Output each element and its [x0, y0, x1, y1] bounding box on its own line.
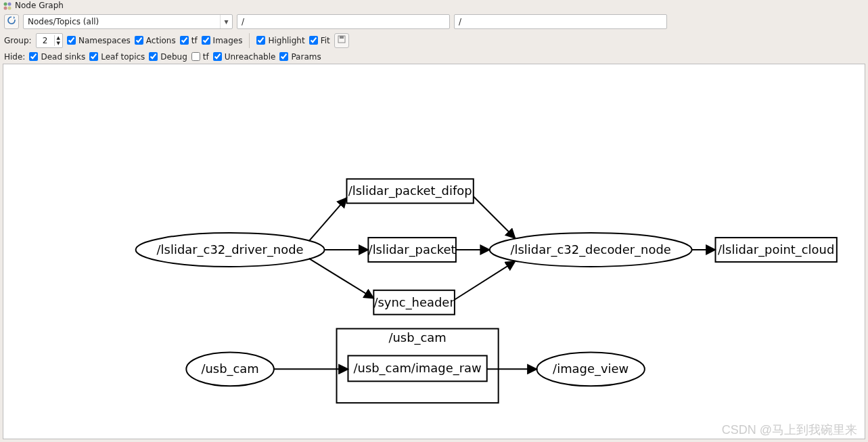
refresh-button[interactable] [4, 14, 19, 29]
params-checkbox[interactable]: Params [279, 52, 321, 62]
topic-sync-label: /sync_header [373, 295, 455, 310]
images-checkbox[interactable]: Images [202, 36, 243, 45]
unreachable-checkbox[interactable]: Unreachable [213, 52, 276, 62]
topic-image-raw-label: /usb_cam/image_raw [353, 361, 481, 376]
group-label: Group: [4, 36, 32, 45]
tf2-checkbox[interactable]: tf [191, 52, 209, 62]
fit-checkbox[interactable]: Fit [309, 36, 330, 45]
group-value: 2 [37, 36, 54, 45]
topic-difop-label: /lslidar_packet_difop [348, 183, 472, 198]
node-driver-label: /lslidar_c32_driver_node [157, 242, 304, 257]
graph-canvas[interactable]: /lslidar_c32_driver_node /lslidar_packet… [3, 64, 865, 439]
leaftopics-checkbox[interactable]: Leaf topics [89, 52, 145, 62]
filter-2-text: / [459, 17, 461, 26]
debug-checkbox[interactable]: Debug [149, 52, 187, 62]
filter-1-text: / [242, 17, 244, 26]
highlight-checkbox[interactable]: Highlight [256, 36, 304, 45]
toolbar-main: Nodes/Topics (all) ▾ / / [0, 12, 868, 31]
edge-driver-sync [309, 259, 374, 299]
topic-pointcloud-label: /lslidar_point_cloud [718, 242, 834, 257]
window-titlebar: Node Graph [0, 0, 868, 12]
hide-label: Hide: [4, 52, 25, 62]
toolbar-options: Group: 2 ▲▼ Namespaces Actions tf Images… [0, 31, 868, 50]
app-icon [3, 1, 12, 11]
save-icon [338, 35, 346, 45]
node-decoder-label: /lslidar_c32_decoder_node [511, 242, 671, 257]
window-title: Node Graph [15, 1, 64, 10]
namespaces-checkbox[interactable]: Namespaces [67, 36, 131, 45]
namespace-usbcam-label: /usb_cam [388, 331, 446, 346]
svg-point-3 [8, 6, 12, 9]
svg-rect-5 [340, 36, 344, 39]
tf-checkbox[interactable]: tf [180, 36, 198, 45]
save-image-button[interactable] [334, 33, 349, 48]
svg-point-2 [4, 6, 7, 9]
filter-input-2[interactable]: / [454, 14, 667, 29]
view-mode-text: Nodes/Topics (all) [24, 17, 220, 26]
separator [249, 33, 250, 48]
actions-checkbox[interactable]: Actions [135, 36, 176, 45]
edge-difop-decoder [474, 196, 516, 238]
view-mode-combo[interactable]: Nodes/Topics (all) ▾ [23, 14, 233, 29]
node-imageview-label: /image_view [553, 361, 629, 376]
toolbar-hide: Hide: Dead sinks Leaf topics Debug tf Un… [0, 50, 868, 64]
refresh-icon [7, 16, 16, 27]
svg-point-0 [4, 2, 7, 5]
deadsinks-checkbox[interactable]: Dead sinks [29, 52, 85, 62]
node-usbcam-label: /usb_cam [201, 361, 258, 376]
topic-packet-label: /lslidar_packet [369, 242, 456, 257]
svg-point-1 [8, 2, 12, 5]
chevron-down-icon: ▾ [220, 15, 232, 28]
edge-driver-difop [309, 198, 347, 241]
group-spinner[interactable]: 2 ▲▼ [36, 33, 63, 48]
spinner-arrows[interactable]: ▲▼ [54, 35, 62, 46]
edge-sync-decoder [455, 261, 516, 300]
filter-input-1[interactable]: / [237, 14, 450, 29]
